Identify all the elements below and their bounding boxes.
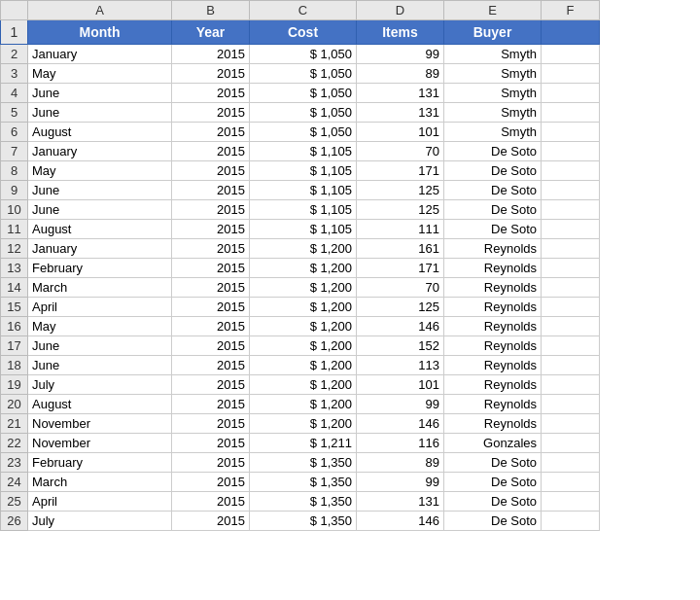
cell-cost[interactable]: $ 1,200: [250, 317, 357, 336]
cell-buyer[interactable]: De Soto: [444, 200, 542, 220]
cell-cost[interactable]: $ 1,050: [250, 103, 357, 123]
cell-items[interactable]: 146: [357, 317, 444, 336]
cell-buyer[interactable]: Smyth: [444, 45, 542, 64]
cell-month[interactable]: June: [28, 103, 172, 123]
cell-buyer[interactable]: Reynolds: [444, 336, 542, 356]
cell-items[interactable]: 116: [357, 434, 444, 453]
cell-buyer[interactable]: Smyth: [444, 123, 542, 142]
cell-year[interactable]: 2015: [172, 317, 250, 336]
cell-month[interactable]: July: [28, 375, 172, 395]
cell-cost[interactable]: $ 1,350: [250, 492, 357, 512]
cell-buyer[interactable]: Reynolds: [444, 375, 542, 395]
cell-cost[interactable]: $ 1,200: [250, 298, 357, 317]
cell-month[interactable]: May: [28, 317, 172, 336]
cell-buyer[interactable]: Reynolds: [444, 239, 542, 259]
cell-buyer[interactable]: Smyth: [444, 84, 542, 103]
cell-year[interactable]: 2015: [172, 278, 250, 298]
cell-cost[interactable]: $ 1,105: [250, 181, 357, 200]
cell-month[interactable]: July: [28, 512, 172, 531]
cell-buyer[interactable]: Smyth: [444, 64, 542, 84]
cell-items[interactable]: 171: [357, 161, 444, 181]
cell-items[interactable]: 146: [357, 414, 444, 434]
cell-month[interactable]: June: [28, 356, 172, 375]
cell-items[interactable]: 101: [357, 123, 444, 142]
cell-year[interactable]: 2015: [172, 142, 250, 161]
cell-items[interactable]: 131: [357, 103, 444, 123]
cell-buyer[interactable]: Reynolds: [444, 395, 542, 414]
cell-items[interactable]: 70: [357, 142, 444, 161]
col-letter-e[interactable]: E: [444, 1, 542, 20]
cell-year[interactable]: 2015: [172, 453, 250, 473]
cell-cost[interactable]: $ 1,350: [250, 473, 357, 492]
col-letter-f[interactable]: F: [542, 1, 600, 20]
cell-cost[interactable]: $ 1,200: [250, 278, 357, 298]
cell-year[interactable]: 2015: [172, 492, 250, 512]
cell-year[interactable]: 2015: [172, 103, 250, 123]
cell-month[interactable]: March: [28, 473, 172, 492]
cell-items[interactable]: 171: [357, 259, 444, 278]
cell-year[interactable]: 2015: [172, 45, 250, 64]
cell-month[interactable]: March: [28, 278, 172, 298]
cell-month[interactable]: May: [28, 64, 172, 84]
cell-cost[interactable]: $ 1,211: [250, 434, 357, 453]
cell-month[interactable]: June: [28, 181, 172, 200]
cell-items[interactable]: 99: [357, 395, 444, 414]
cell-cost[interactable]: $ 1,200: [250, 414, 357, 434]
cell-cost[interactable]: $ 1,105: [250, 142, 357, 161]
cell-items[interactable]: 111: [357, 220, 444, 239]
cell-month[interactable]: June: [28, 84, 172, 103]
cell-items[interactable]: 89: [357, 453, 444, 473]
cell-items[interactable]: 161: [357, 239, 444, 259]
cell-year[interactable]: 2015: [172, 512, 250, 531]
cell-cost[interactable]: $ 1,050: [250, 64, 357, 84]
cell-buyer[interactable]: De Soto: [444, 161, 542, 181]
cell-year[interactable]: 2015: [172, 259, 250, 278]
cell-year[interactable]: 2015: [172, 239, 250, 259]
header-year[interactable]: Year: [172, 20, 250, 45]
cell-items[interactable]: 131: [357, 492, 444, 512]
header-items[interactable]: Items: [357, 20, 444, 45]
cell-month[interactable]: January: [28, 239, 172, 259]
cell-buyer[interactable]: De Soto: [444, 492, 542, 512]
cell-buyer[interactable]: Reynolds: [444, 278, 542, 298]
cell-items[interactable]: 146: [357, 512, 444, 531]
header-buyer[interactable]: Buyer: [444, 20, 542, 45]
cell-year[interactable]: 2015: [172, 181, 250, 200]
cell-items[interactable]: 99: [357, 473, 444, 492]
header-month[interactable]: Month: [28, 20, 172, 45]
cell-items[interactable]: 99: [357, 45, 444, 64]
cell-cost[interactable]: $ 1,050: [250, 123, 357, 142]
cell-year[interactable]: 2015: [172, 473, 250, 492]
cell-year[interactable]: 2015: [172, 375, 250, 395]
cell-items[interactable]: 125: [357, 200, 444, 220]
cell-year[interactable]: 2015: [172, 395, 250, 414]
cell-year[interactable]: 2015: [172, 64, 250, 84]
cell-buyer[interactable]: De Soto: [444, 512, 542, 531]
cell-month[interactable]: June: [28, 336, 172, 356]
cell-buyer[interactable]: Smyth: [444, 103, 542, 123]
cell-year[interactable]: 2015: [172, 84, 250, 103]
cell-buyer[interactable]: Reynolds: [444, 356, 542, 375]
cell-cost[interactable]: $ 1,200: [250, 259, 357, 278]
cell-cost[interactable]: $ 1,350: [250, 453, 357, 473]
cell-month[interactable]: April: [28, 492, 172, 512]
cell-month[interactable]: June: [28, 200, 172, 220]
cell-buyer[interactable]: De Soto: [444, 220, 542, 239]
cell-year[interactable]: 2015: [172, 356, 250, 375]
cell-month[interactable]: November: [28, 414, 172, 434]
cell-items[interactable]: 101: [357, 375, 444, 395]
cell-month[interactable]: January: [28, 45, 172, 64]
cell-items[interactable]: 113: [357, 356, 444, 375]
cell-items[interactable]: 125: [357, 181, 444, 200]
cell-cost[interactable]: $ 1,105: [250, 200, 357, 220]
cell-year[interactable]: 2015: [172, 434, 250, 453]
header-cost[interactable]: Cost: [250, 20, 357, 45]
cell-cost[interactable]: $ 1,105: [250, 161, 357, 181]
cell-items[interactable]: 152: [357, 336, 444, 356]
cell-month[interactable]: February: [28, 259, 172, 278]
cell-buyer[interactable]: De Soto: [444, 473, 542, 492]
cell-cost[interactable]: $ 1,350: [250, 512, 357, 531]
cell-month[interactable]: November: [28, 434, 172, 453]
cell-year[interactable]: 2015: [172, 298, 250, 317]
cell-month[interactable]: August: [28, 123, 172, 142]
